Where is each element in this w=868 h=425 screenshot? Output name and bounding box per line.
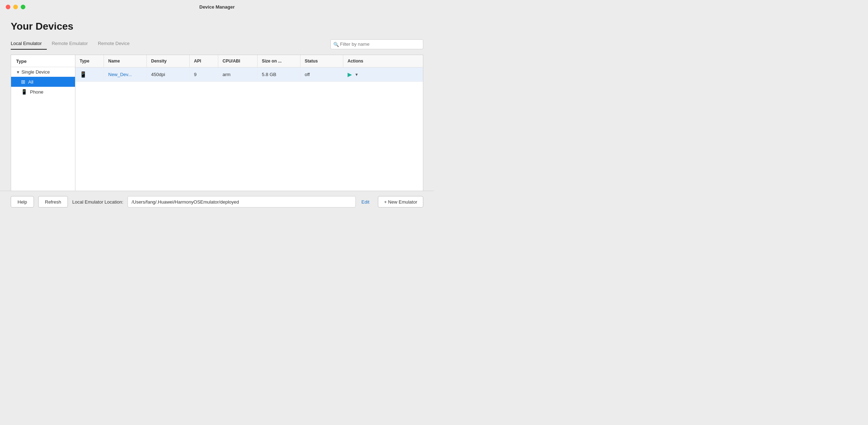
- titlebar: Device Manager: [0, 0, 434, 14]
- bottom-bar: Help Refresh Local Emulator Location: Ed…: [0, 191, 434, 212]
- main-content: Your Devices Local Emulator Remote Emula…: [0, 14, 434, 208]
- body-area: Type ▼ Single Device ⊞ All 📱 Phone Type …: [11, 55, 423, 208]
- new-emulator-button[interactable]: + New Emulator: [378, 196, 423, 208]
- tree-item-all[interactable]: ⊞ All: [11, 77, 75, 87]
- tree-item-phone[interactable]: 📱 Phone: [11, 87, 75, 97]
- help-button[interactable]: Help: [11, 196, 34, 208]
- phone-icon: 📱: [21, 89, 27, 95]
- location-input[interactable]: [128, 196, 355, 208]
- filter-wrapper: 🔍: [330, 39, 423, 49]
- tree-group-single-device[interactable]: ▼ Single Device: [11, 67, 75, 77]
- col-name: Name: [104, 55, 147, 67]
- col-density: Density: [147, 55, 190, 67]
- col-cpu-abi: CPU/ABI: [218, 55, 258, 67]
- row-name[interactable]: New_Dev...: [104, 68, 147, 81]
- row-cpu-abi: arm: [218, 68, 258, 81]
- filter-input[interactable]: [330, 39, 423, 49]
- tabs-row: Local Emulator Remote Emulator Remote De…: [11, 39, 423, 50]
- minimize-button[interactable]: [13, 5, 18, 9]
- more-actions-button[interactable]: ▾: [355, 72, 358, 77]
- maximize-button[interactable]: [21, 5, 25, 9]
- row-api: 9: [190, 68, 218, 81]
- col-api: API: [190, 55, 218, 67]
- row-size: 5.8 GB: [258, 68, 300, 81]
- play-button[interactable]: ▶: [348, 71, 352, 78]
- tab-remote-device[interactable]: Remote Device: [93, 39, 135, 50]
- tab-remote-emulator[interactable]: Remote Emulator: [47, 39, 93, 50]
- location-label: Local Emulator Location:: [72, 199, 123, 205]
- tree-arrow-icon: ▼: [16, 70, 20, 74]
- table-row: 📱 New_Dev... 450dpi 9 arm 5.8 GB off ▶ ▾: [75, 68, 423, 82]
- refresh-button[interactable]: Refresh: [38, 196, 68, 208]
- row-density: 450dpi: [147, 68, 190, 81]
- left-panel: Type ▼ Single Device ⊞ All 📱 Phone: [11, 55, 75, 208]
- row-actions: ▶ ▾: [343, 68, 386, 81]
- edit-link[interactable]: Edit: [361, 199, 369, 205]
- close-button[interactable]: [6, 5, 10, 9]
- col-actions: Actions: [343, 55, 386, 67]
- left-panel-header: Type: [11, 55, 75, 67]
- tree-item-phone-label: Phone: [30, 89, 44, 95]
- tree-group-label: Single Device: [21, 69, 50, 75]
- row-type-icon: 📱: [75, 68, 104, 81]
- window-title: Device Manager: [199, 4, 235, 10]
- grid-icon: ⊞: [21, 79, 25, 85]
- col-status: Status: [300, 55, 343, 67]
- right-panel: Type Name Density API CPU/ABI Size on ..…: [75, 55, 423, 208]
- row-status: off: [300, 68, 343, 81]
- col-type: Type: [75, 55, 104, 67]
- tab-local-emulator[interactable]: Local Emulator: [11, 39, 47, 50]
- col-size: Size on ...: [258, 55, 300, 67]
- tree-item-all-label: All: [28, 79, 33, 85]
- tabs: Local Emulator Remote Emulator Remote De…: [11, 39, 135, 50]
- table-header: Type Name Density API CPU/ABI Size on ..…: [75, 55, 423, 68]
- page-title: Your Devices: [11, 21, 423, 32]
- window-controls: [6, 5, 25, 9]
- search-icon: 🔍: [333, 41, 339, 47]
